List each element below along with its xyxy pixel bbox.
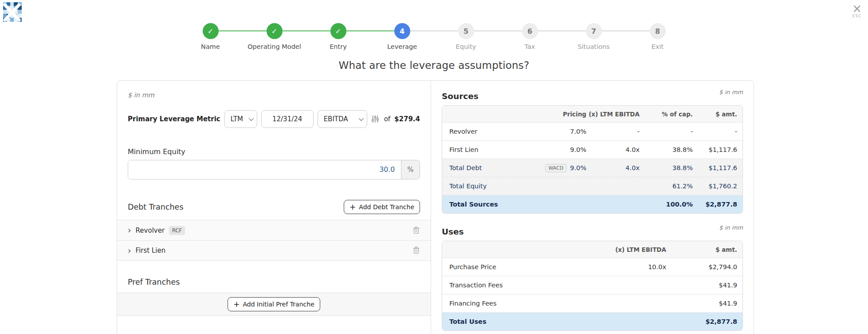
row-label: Total Uses [449, 318, 600, 325]
step-label: Leverage [387, 43, 417, 50]
table-row-total-sources: Total Sources 100.0% $2,877.8 [442, 195, 742, 213]
uses-heading: Uses [442, 227, 464, 236]
delete-tranche-button[interactable] [412, 225, 421, 236]
table-row: First Lien 9.0% 4.0x 38.8% $1,117.6 [442, 140, 742, 159]
table-row: Revolver 7.0% - - - [442, 122, 742, 140]
cell-pricing: 9.0% [570, 146, 586, 153]
add-debt-tranche-button[interactable]: + Add Debt Tranche [344, 200, 420, 214]
step-label: Tax [525, 43, 535, 50]
primary-leverage-metric-label: Primary Leverage Metric [128, 115, 220, 123]
wizard-stepper: ✓ Name ✓ Operating Model ✓ Entry 4 Lever… [179, 23, 690, 50]
primary-leverage-metric-row: Primary Leverage Metric LTM EBITDA [128, 110, 420, 128]
debt-tranches-heading: Debt Tranches [128, 203, 184, 211]
step-circle[interactable]: ✓ [267, 23, 283, 39]
tranche-name: Revolver [136, 227, 165, 235]
period-select[interactable]: LTM [224, 110, 257, 128]
step-label: Entry [330, 43, 347, 50]
cell-multiple: 10.0x [600, 263, 666, 270]
sources-table: Pricing (x) LTM EBITDA % of cap. $ amt. … [442, 105, 743, 214]
trash-icon [412, 246, 420, 254]
date-input[interactable] [261, 110, 314, 128]
col-ltm-ebitda: (x) LTM EBITDA [586, 111, 640, 118]
step-circle[interactable]: 4 [394, 23, 410, 39]
row-label: Total Equity [449, 183, 520, 190]
tranche-row-first-lien[interactable]: › First Lien [117, 240, 431, 261]
cell-amt: $2,877.8 [693, 201, 737, 208]
chevron-right-icon[interactable]: › [128, 247, 131, 255]
table-row: Transaction Fees $41.9 [442, 276, 742, 294]
metric-select[interactable]: EBITDA [318, 110, 367, 128]
cell-amt: $1,117.6 [693, 146, 737, 153]
minimum-equity-input[interactable] [128, 160, 401, 179]
step-label: Name [201, 43, 220, 50]
row-label: Total Debt [449, 164, 520, 171]
cell-amt: $1,760.2 [693, 183, 737, 190]
step-circle[interactable]: 7 [586, 23, 602, 39]
assumptions-panel: $ in mm Primary Leverage Metric LTM EBIT… [117, 81, 431, 334]
row-label: Revolver [449, 128, 520, 135]
step-tax[interactable]: 6 Tax [498, 23, 562, 50]
check-icon: ✓ [271, 27, 277, 36]
chevron-right-icon[interactable]: › [128, 226, 131, 235]
step-circle[interactable]: 8 [650, 23, 666, 39]
row-label: Transaction Fees [449, 282, 600, 289]
cell-pct: 38.8% [640, 164, 693, 171]
add-debt-tranche-label: Add Debt Tranche [359, 203, 414, 211]
cell-pct: - [640, 128, 693, 135]
step-entry[interactable]: ✓ Entry [306, 23, 370, 50]
cell-amt: $41.9 [666, 300, 737, 307]
period-select-value: LTM [231, 115, 243, 123]
step-equity[interactable]: 5 Equity [434, 23, 498, 50]
metric-amount: $279.4 [394, 115, 420, 123]
minimum-equity-field: % [128, 160, 420, 179]
cell-amt: $1,117.6 [693, 164, 737, 171]
tranche-row-revolver[interactable]: › Revolver RCF [117, 220, 431, 240]
metric-select-value: EBITDA [324, 115, 348, 123]
add-initial-pref-tranche-button[interactable]: + Add Initial Pref Tranche [228, 297, 320, 311]
row-label: Purchase Price [449, 263, 600, 270]
row-label: Total Sources [449, 201, 520, 208]
tranche-name: First Lien [136, 247, 166, 254]
step-label: Equity [456, 43, 476, 50]
plus-icon: + [350, 203, 356, 211]
close-button[interactable]: × ESC [852, 4, 862, 18]
sources-header-row: Pricing (x) LTM EBITDA % of cap. $ amt. [442, 106, 742, 122]
debt-tranche-list: › Revolver RCF › First Lien [117, 220, 431, 261]
step-label: Operating Model [247, 43, 301, 50]
cell-amt: - [693, 128, 737, 135]
cell-pct: 100.0% [640, 201, 693, 208]
step-circle[interactable]: ✓ [330, 23, 346, 39]
row-label: Financing Fees [449, 300, 600, 307]
page-title: What are the leverage assumptions? [0, 60, 868, 71]
uses-units-note: $ in mm [719, 224, 743, 231]
step-circle[interactable]: ✓ [203, 23, 219, 39]
cell-pricing: 7.0% [570, 128, 586, 135]
step-operating-model[interactable]: ✓ Operating Model [243, 23, 306, 50]
step-situations[interactable]: 7 Situations [562, 23, 626, 50]
rcf-badge: RCF [169, 226, 185, 235]
cell-multiple: 4.0x [586, 146, 640, 153]
close-icon[interactable]: × [852, 4, 862, 13]
cell-pct: 38.8% [640, 146, 693, 153]
step-circle[interactable]: 5 [458, 23, 474, 39]
sliders-icon[interactable] [371, 115, 379, 123]
cell-pricing: 9.0% [570, 164, 586, 171]
of-label: of [384, 115, 390, 123]
step-name[interactable]: ✓ Name [179, 23, 243, 50]
check-icon: ✓ [335, 27, 341, 36]
step-circle[interactable]: 6 [522, 23, 538, 39]
add-initial-pref-tranche-label: Add Initial Pref Tranche [243, 301, 314, 308]
pref-tranches-heading: Pref Tranches [128, 278, 420, 286]
cell-multiple: - [586, 128, 640, 135]
step-label: Situations [577, 43, 609, 50]
col-pct-of-cap: % of cap. [640, 111, 693, 118]
delete-tranche-button[interactable] [412, 245, 421, 256]
step-exit[interactable]: 8 Exit [626, 23, 690, 50]
step-label: Exit [652, 43, 664, 50]
table-row-total-equity: Total Equity 61.2% $1,760.2 [442, 177, 742, 195]
chevron-down-icon [248, 116, 253, 121]
uses-header-row: (x) LTM EBITDA $ amt. [442, 241, 742, 258]
step-leverage[interactable]: 4 Leverage [370, 23, 434, 50]
table-row: Purchase Price 10.0x $2,794.0 [442, 258, 742, 276]
check-icon: ✓ [208, 27, 213, 36]
